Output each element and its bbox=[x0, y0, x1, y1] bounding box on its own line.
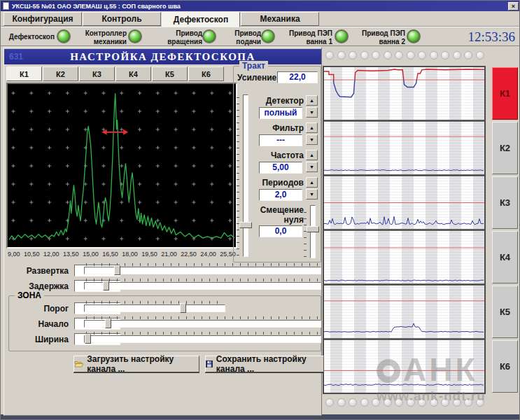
channel-tab-3[interactable]: К3 bbox=[79, 66, 115, 81]
main-tab-4[interactable]: Механика bbox=[241, 12, 319, 26]
panel-title: НАСТРОЙКА ДЕФЕКТОСКОПА bbox=[70, 51, 255, 63]
offset-slider-thumb[interactable] bbox=[307, 226, 319, 232]
zone-slider-3[interactable] bbox=[84, 332, 321, 344]
zone-slider-1[interactable] bbox=[84, 301, 225, 313]
channel-tab-1[interactable]: К1 bbox=[6, 66, 42, 81]
main-tab-1[interactable]: Конфигурация bbox=[3, 12, 82, 26]
main-tab-2[interactable]: Контроль bbox=[83, 12, 161, 26]
paper-hole bbox=[476, 51, 484, 59]
gain-slider-track[interactable] bbox=[243, 94, 248, 257]
ascan-x-tick: 24,00 bbox=[200, 251, 216, 258]
paper-hole bbox=[337, 51, 346, 59]
spin-up-icon[interactable]: ▲ bbox=[306, 95, 318, 106]
spin-down-icon[interactable]: ▼ bbox=[306, 189, 318, 200]
sweep-label: Развертка bbox=[13, 266, 69, 276]
load-channel-settings-button[interactable]: Загрузить настройку канала ... bbox=[73, 356, 199, 372]
gain-slider-ticks bbox=[237, 96, 239, 255]
paper-hole bbox=[349, 398, 357, 407]
save-channel-settings-button[interactable]: Сохранить настройку канала ... bbox=[205, 356, 324, 372]
zone-slider-thumb-2[interactable] bbox=[105, 318, 111, 328]
strip-channel-3 bbox=[324, 176, 484, 229]
delay-slider-thumb[interactable] bbox=[103, 281, 109, 290]
paper-hole bbox=[360, 398, 369, 407]
ascan-x-tick: 19,50 bbox=[141, 251, 157, 258]
paper-hole bbox=[360, 51, 369, 59]
status-led-2 bbox=[128, 29, 142, 43]
tract-field-value-3[interactable]: 5,00 bbox=[259, 162, 302, 174]
channel-button-1[interactable]: К1 bbox=[492, 67, 518, 120]
slider-track[interactable] bbox=[84, 320, 321, 328]
offset-slider[interactable] bbox=[304, 205, 321, 258]
paper-hole bbox=[384, 398, 392, 407]
sweep-slider-thumb[interactable] bbox=[114, 265, 120, 275]
ascan-waveform bbox=[8, 84, 236, 247]
slider-ticks bbox=[86, 332, 319, 335]
paper-hole bbox=[430, 51, 438, 59]
load-button-label: Загрузить настройку канала ... bbox=[87, 354, 199, 374]
channel-tab-4[interactable]: К4 bbox=[115, 66, 151, 81]
channel-button-4[interactable]: К4 bbox=[492, 231, 518, 284]
delay-slider-track[interactable] bbox=[84, 282, 321, 290]
spin-down-icon[interactable]: ▼ bbox=[306, 134, 318, 145]
zone-label-1: Порог bbox=[21, 304, 69, 314]
zone-group-title: ЗОНА bbox=[15, 290, 44, 300]
paper-hole bbox=[418, 398, 426, 407]
zone-label-2: Начало bbox=[21, 319, 69, 329]
settings-panel: 631 НАСТРОЙКА ДЕФЕКТОСКОПА К1К2К3К4К5К6 … bbox=[3, 47, 322, 416]
window-title: УКСШ-55 №01 ОАО ЭЛЕМАШ ц.55 : СОП сварно… bbox=[12, 3, 508, 10]
main-tab-3[interactable]: Дефектоскоп bbox=[162, 12, 240, 27]
delay-label: Задержка bbox=[13, 281, 69, 291]
channel-button-3[interactable]: К3 bbox=[492, 176, 518, 229]
spin-up-icon[interactable]: ▲ bbox=[306, 177, 318, 188]
indicator-label-4: Привод подачи bbox=[229, 29, 261, 46]
status-led-5 bbox=[335, 29, 349, 43]
ascan-x-tick: 16,50 bbox=[102, 251, 118, 258]
offset-field[interactable]: 0,0 bbox=[259, 225, 302, 237]
channel-tab-5[interactable]: К5 bbox=[152, 66, 188, 81]
spin-down-icon[interactable]: ▼ bbox=[306, 162, 318, 172]
panel-code: 631 bbox=[9, 52, 23, 62]
zone-slider-thumb-1[interactable] bbox=[180, 303, 186, 313]
zone-slider-2[interactable] bbox=[84, 316, 321, 328]
delay-slider[interactable] bbox=[84, 279, 321, 290]
channel-button-2[interactable]: К2 bbox=[492, 122, 518, 174]
paper-hole bbox=[430, 398, 438, 407]
paper-hole bbox=[453, 398, 461, 407]
channel-tab-6[interactable]: К6 bbox=[188, 66, 224, 81]
channel-button-6[interactable]: К6 bbox=[492, 340, 518, 393]
channel-button-5[interactable]: К5 bbox=[492, 286, 518, 338]
tract-field-value-1[interactable]: полный bbox=[259, 107, 302, 119]
sweep-slider[interactable] bbox=[84, 263, 321, 275]
tract-field-value-4[interactable]: 2,0 bbox=[259, 189, 302, 201]
paper-hole bbox=[372, 51, 380, 59]
gain-slider[interactable] bbox=[237, 94, 255, 257]
spin-up-icon[interactable]: ▲ bbox=[306, 122, 318, 133]
ascan-display bbox=[6, 83, 237, 248]
channel-tab-2[interactable]: К2 bbox=[43, 66, 78, 81]
tract-field-value-2[interactable]: --- bbox=[259, 134, 302, 146]
ascan-x-tick: 21,00 bbox=[161, 251, 177, 258]
channel-button-column: К1К2К3К4К5К6 bbox=[492, 67, 518, 395]
paper-hole bbox=[464, 51, 472, 59]
zone-slider-thumb-3[interactable] bbox=[85, 334, 91, 344]
spin-up-icon[interactable]: ▲ bbox=[306, 150, 318, 160]
slider-track[interactable] bbox=[84, 304, 225, 312]
status-led-4 bbox=[261, 29, 275, 43]
slider-track[interactable] bbox=[84, 335, 321, 343]
chart-paper bbox=[323, 66, 486, 394]
status-toolbar: 12:53:36 ДефектоскопКонтроллер механикиП… bbox=[1, 27, 520, 46]
delay-slider-ticks bbox=[86, 279, 319, 281]
strip-channel-5 bbox=[324, 286, 484, 338]
offset-label: Смещение нуля bbox=[242, 205, 304, 225]
ascan-x-tick: 13,50 bbox=[63, 251, 79, 258]
paper-hole bbox=[372, 398, 380, 407]
paper-hole bbox=[384, 51, 392, 59]
paper-holes-top bbox=[323, 51, 486, 59]
paper-hole bbox=[441, 51, 449, 59]
gain-field[interactable]: 22,0 bbox=[277, 71, 318, 83]
paper-hole bbox=[395, 51, 403, 59]
paper-hole bbox=[464, 398, 472, 407]
close-icon[interactable]: × bbox=[508, 2, 519, 10]
tract-group-title: Тракт bbox=[239, 61, 268, 71]
spin-down-icon[interactable]: ▼ bbox=[306, 107, 318, 118]
